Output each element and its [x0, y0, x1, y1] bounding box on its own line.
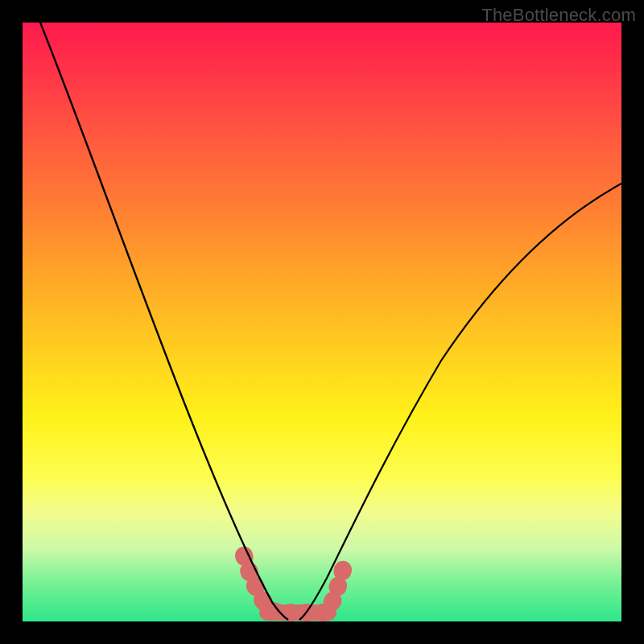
right-curve-path	[299, 184, 621, 620]
watermark-text: TheBottleneck.com	[481, 5, 636, 26]
left-curve-path	[40, 23, 288, 620]
chart-frame: TheBottleneck.com	[0, 0, 644, 644]
valley-highlight-path	[244, 555, 343, 613]
curve-overlay	[23, 23, 621, 621]
plot-area	[23, 23, 621, 621]
